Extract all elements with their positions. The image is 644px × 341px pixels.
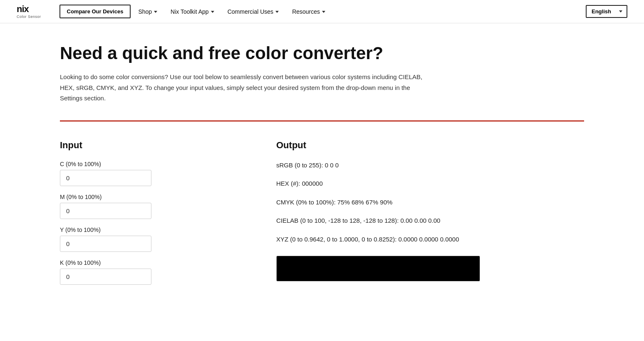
output-row-3: CIELAB (0 to 100, -128 to 128, -128 to 1… — [276, 216, 584, 226]
commercial-chevron-icon — [275, 11, 279, 13]
logo[interactable]: nix Color Sensor — [17, 5, 41, 19]
shop-label: Shop — [138, 8, 152, 15]
toolkit-label: Nix Toolkit App — [171, 8, 209, 15]
logo-subtitle: Color Sensor — [17, 15, 41, 19]
input-field-group-1: M (0% to 100%) — [60, 194, 243, 219]
input-field-1[interactable] — [60, 203, 151, 219]
page-description: Looking to do some color conversions? Us… — [60, 72, 434, 104]
input-label-0: C (0% to 100%) — [60, 161, 243, 167]
logo-name: nix — [17, 5, 41, 14]
resources-nav-item[interactable]: Resources — [286, 5, 331, 18]
site-header: nix Color Sensor Compare Our Devices Sho… — [0, 0, 644, 23]
red-divider — [60, 120, 584, 122]
input-field-2[interactable] — [60, 236, 151, 252]
color-preview — [276, 256, 480, 281]
page-title: Need a quick and free color converter? — [60, 43, 584, 63]
compare-devices-button[interactable]: Compare Our Devices — [59, 5, 131, 18]
input-field-group-0: C (0% to 100%) — [60, 161, 243, 186]
input-field-0[interactable] — [60, 170, 151, 186]
toolkit-chevron-icon — [211, 11, 214, 13]
output-row-1: HEX (#): 000000 — [276, 179, 584, 189]
input-label-1: M (0% to 100%) — [60, 194, 243, 200]
main-content: Need a quick and free color converter? L… — [35, 23, 609, 317]
input-field-group-2: Y (0% to 100%) — [60, 227, 243, 252]
output-row-4: XYZ (0 to 0.9642, 0 to 1.0000, 0 to 0.82… — [276, 235, 584, 244]
input-field-3[interactable] — [60, 269, 151, 285]
input-field-group-3: K (0% to 100%) — [60, 259, 243, 285]
commercial-nav-item[interactable]: Commercial Uses — [222, 5, 285, 18]
output-section: Output sRGB (0 to 255): 0 0 0HEX (#): 00… — [276, 140, 584, 282]
resources-chevron-icon — [322, 11, 325, 13]
output-row-0: sRGB (0 to 255): 0 0 0 — [276, 161, 584, 170]
input-section: Input C (0% to 100%)M (0% to 100%)Y (0% … — [60, 140, 243, 292]
shop-nav-item[interactable]: Shop — [132, 5, 163, 18]
resources-label: Resources — [292, 8, 320, 15]
output-section-title: Output — [276, 140, 584, 151]
input-label-2: Y (0% to 100%) — [60, 227, 243, 233]
output-row-2: CMYK (0% to 100%): 75% 68% 67% 90% — [276, 198, 584, 207]
language-select[interactable]: EnglishFrançaisDeutschEspañol — [586, 5, 627, 18]
shop-chevron-icon — [154, 11, 157, 13]
toolkit-nav-item[interactable]: Nix Toolkit App — [165, 5, 220, 18]
main-nav: Compare Our Devices Shop Nix Toolkit App… — [59, 5, 576, 18]
input-section-title: Input — [60, 140, 243, 151]
commercial-label: Commercial Uses — [228, 8, 273, 15]
input-label-3: K (0% to 100%) — [60, 259, 243, 266]
converter-layout: Input C (0% to 100%)M (0% to 100%)Y (0% … — [60, 140, 584, 292]
